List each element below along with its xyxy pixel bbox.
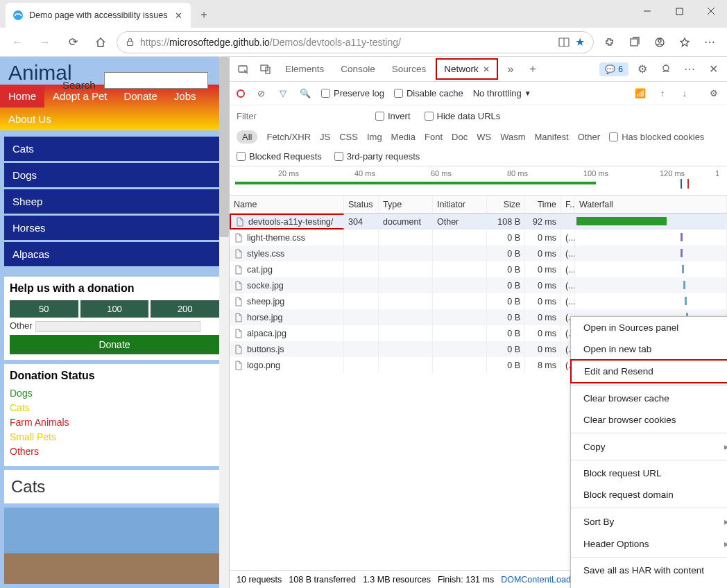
column-header[interactable]: Size (487, 196, 525, 213)
tab-console[interactable]: Console (334, 60, 382, 78)
collections-icon[interactable] (623, 31, 647, 54)
blocked-requests-checkbox[interactable]: Blocked Requests (237, 151, 322, 162)
back-button[interactable]: ← (6, 31, 29, 54)
column-header[interactable]: Name (230, 196, 344, 213)
device-icon[interactable] (256, 60, 275, 79)
record-icon[interactable] (237, 89, 245, 98)
table-row[interactable]: cat.jpg0 B0 ms(... (230, 261, 727, 277)
extensions-icon[interactable] (598, 31, 622, 54)
table-row[interactable]: socke.jpg0 B0 ms(... (230, 277, 727, 293)
type-filter[interactable]: WS (477, 132, 491, 142)
type-filter[interactable]: Doc (452, 132, 468, 142)
context-menu-item[interactable]: Block request domain (571, 484, 727, 505)
type-filter[interactable]: CSS (339, 132, 358, 142)
preserve-log-checkbox[interactable]: Preserve log (321, 88, 384, 98)
tab-close-icon[interactable]: ✕ (173, 10, 184, 21)
context-menu-item[interactable]: Save as... (571, 581, 727, 588)
forward-button[interactable]: → (33, 31, 57, 54)
invert-checkbox[interactable]: Invert (375, 111, 411, 121)
new-tab-button[interactable]: ＋ (194, 4, 214, 25)
column-header[interactable]: Status (344, 196, 379, 213)
page-scrollbar[interactable] (219, 57, 229, 588)
type-filter[interactable]: Manifest (534, 132, 568, 142)
context-menu-item[interactable]: Copy▸ (571, 435, 727, 458)
reader-icon[interactable] (558, 37, 570, 48)
address-bar[interactable]: https://microsoftedge.github.io/Demos/de… (117, 31, 594, 53)
performance-icon[interactable] (673, 31, 696, 54)
context-menu-item[interactable]: Sort By▸ (571, 510, 727, 533)
table-row[interactable]: devtools-a11y-testing/304documentOther10… (230, 214, 727, 230)
type-filter[interactable]: Fetch/XHR (266, 132, 311, 142)
table-row[interactable]: light-theme.css0 B0 ms(... (230, 230, 727, 245)
feedback-icon[interactable] (656, 60, 676, 79)
download-icon[interactable]: ↓ (678, 88, 691, 98)
nav-about[interactable]: About Us (0, 107, 229, 130)
type-filter[interactable]: Other (578, 132, 601, 142)
browser-tab[interactable]: Demo page with accessibility issues ✕ (6, 3, 191, 28)
home-button[interactable] (89, 31, 112, 54)
wifi-icon[interactable]: 📶 (634, 88, 647, 98)
tab-elements[interactable]: Elements (278, 60, 331, 78)
type-filter[interactable]: Media (391, 132, 416, 142)
tab-network[interactable]: Network✕ (436, 58, 498, 80)
profile-icon[interactable] (648, 31, 672, 54)
settings-icon[interactable]: ⚙ (633, 60, 652, 79)
more-icon[interactable]: ⋯ (680, 60, 699, 79)
devtools-close-icon[interactable]: ✕ (703, 60, 723, 79)
filter-input[interactable] (237, 111, 361, 121)
inspect-icon[interactable] (234, 60, 253, 79)
timeline-overview[interactable]: 20 ms40 ms60 ms80 ms100 ms120 ms1 (230, 166, 727, 196)
table-row[interactable]: styles.css0 B0 ms(... (230, 245, 727, 261)
other-input[interactable] (35, 321, 200, 332)
column-header[interactable]: Waterfall (575, 196, 727, 213)
table-row[interactable]: sheep.jpg0 B0 ms(... (230, 293, 727, 309)
upload-icon[interactable]: ↑ (656, 88, 669, 98)
nav-home[interactable]: Home (0, 85, 44, 107)
filter-icon[interactable]: ▽ (277, 88, 289, 98)
amount-button[interactable]: 100 (80, 300, 149, 318)
context-menu-item[interactable]: Clear browser cache (571, 388, 727, 409)
column-header[interactable]: Time (525, 196, 561, 213)
clear-icon[interactable]: ⊘ (255, 88, 267, 98)
window-close-icon[interactable] (695, 0, 727, 22)
issues-badge[interactable]: 💬6 (599, 62, 628, 76)
column-header[interactable]: Initiator (433, 196, 487, 213)
window-minimize-icon[interactable] (631, 0, 663, 22)
context-menu-item[interactable]: Save all as HAR with content (571, 560, 727, 581)
menu-icon[interactable]: ⋯ (698, 31, 721, 54)
type-filter[interactable]: JS (320, 132, 330, 142)
donate-button[interactable]: Donate (10, 335, 219, 354)
type-filter[interactable]: Font (425, 132, 443, 142)
sidenav-item[interactable]: Dogs (4, 163, 225, 187)
context-menu-item[interactable]: Block request URL (571, 462, 727, 484)
context-menu-item[interactable]: Open in Sources panel (571, 317, 727, 338)
sidenav-item[interactable]: Sheep (4, 189, 225, 214)
context-menu-item[interactable]: Header Options▸ (571, 533, 727, 555)
net-settings-icon[interactable]: ⚙ (708, 88, 720, 98)
context-menu-item[interactable]: Clear browser cookies (571, 409, 727, 431)
add-tab-icon[interactable]: ＋ (523, 60, 542, 79)
amount-button[interactable]: 50 (10, 300, 78, 318)
tab-sources[interactable]: Sources (385, 60, 434, 78)
type-filter[interactable]: All (237, 130, 257, 144)
disable-cache-checkbox[interactable]: Disable cache (394, 88, 463, 98)
amount-button[interactable]: 200 (151, 300, 219, 318)
has-blocked-checkbox[interactable]: Has blocked cookies (609, 132, 704, 142)
sidenav-item[interactable]: Horses (4, 216, 225, 240)
more-tabs-icon[interactable]: » (501, 60, 520, 79)
refresh-button[interactable]: ⟳ (61, 31, 85, 54)
column-header[interactable]: F... (561, 196, 575, 213)
hide-urls-checkbox[interactable]: Hide data URLs (425, 111, 501, 121)
favorite-icon[interactable]: ★ (575, 35, 585, 49)
context-menu-item[interactable]: Edit and Resend (570, 359, 727, 383)
column-header[interactable]: Type (379, 196, 433, 213)
third-party-checkbox[interactable]: 3rd-party requests (334, 151, 420, 162)
sidenav-item[interactable]: Alpacas (4, 242, 225, 266)
type-filter[interactable]: Wasm (500, 132, 525, 142)
type-filter[interactable]: Img (367, 132, 382, 142)
throttling-select[interactable]: No throttling ▼ (473, 88, 531, 98)
sidenav-item[interactable]: Cats (4, 137, 225, 161)
window-maximize-icon[interactable] (663, 0, 695, 22)
search-input[interactable] (104, 72, 208, 89)
context-menu-item[interactable]: Open in new tab (571, 338, 727, 360)
